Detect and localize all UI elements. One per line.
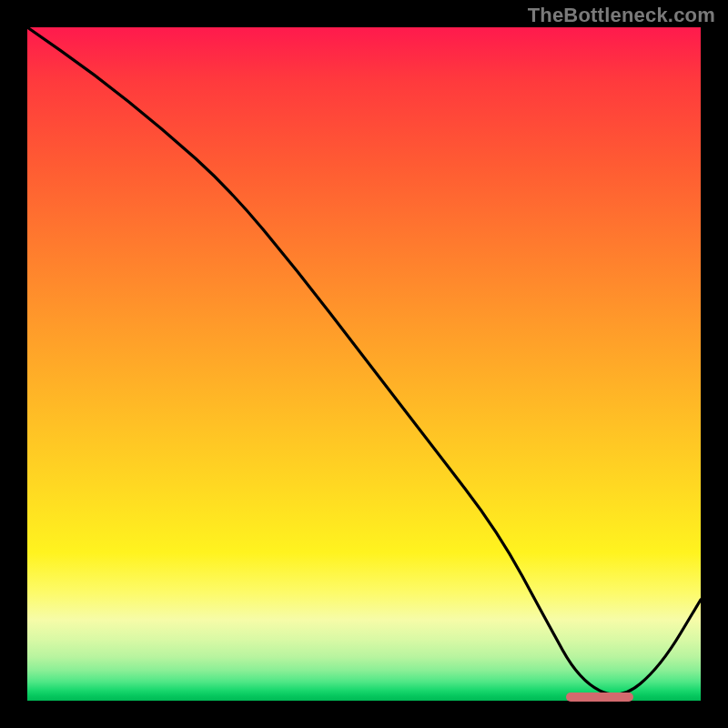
bottleneck-curve bbox=[27, 27, 701, 701]
watermark-text: TheBottleneck.com bbox=[528, 4, 715, 27]
plot-frame bbox=[27, 27, 701, 701]
chart-container: TheBottleneck.com bbox=[0, 0, 728, 728]
optimal-range-marker bbox=[566, 693, 633, 702]
